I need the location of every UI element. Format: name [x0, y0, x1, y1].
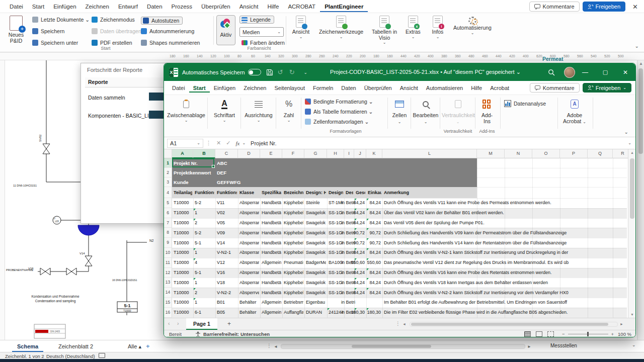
menu-item-datei[interactable]: Datei	[5, 1, 28, 12]
cell-k11[interactable]: 550,60	[367, 260, 381, 265]
excel-menu-item-acrobat[interactable]: Acrobat	[486, 83, 513, 93]
legende-button[interactable]: Legende	[239, 16, 274, 24]
cell-j13[interactable]: 84,24	[353, 281, 365, 285]
panel-collapse-icon[interactable]: ⌄	[632, 342, 636, 347]
cell-e15[interactable]: Allgemein	[262, 300, 281, 305]
cell-c1[interactable]: ABC	[217, 161, 227, 166]
excel-menu-item-start[interactable]: Start	[189, 83, 210, 93]
ribbon-item-als-tabelle-formatieren[interactable]: Als Tabelle formatieren ⌄	[305, 109, 373, 115]
confirm-entry-icon[interactable]: ✓	[223, 140, 233, 146]
row-header-1[interactable]: 1	[164, 158, 172, 168]
maximize-button[interactable]: ▢	[595, 63, 615, 81]
column-header-g[interactable]: G	[304, 149, 327, 158]
cell-j14[interactable]: 84,24	[353, 291, 365, 295]
cell-l14[interactable]: Durch Öffnung des Ventils V-N2-2 kann St…	[384, 291, 569, 295]
cell-c16[interactable]: B05	[217, 310, 237, 315]
zoom-slider[interactable]	[568, 334, 608, 334]
cell-a6[interactable]: T10000	[174, 211, 192, 215]
ribbon-dropdown-automatisierung[interactable]: Automatisierung⌄	[451, 16, 494, 35]
datenanalyse-button[interactable]: Datenanalyse	[504, 100, 546, 107]
menu-item-daten[interactable]: Daten	[142, 1, 167, 12]
row-header-13[interactable]: 13	[164, 278, 172, 288]
row-header-4[interactable]: 4	[164, 187, 172, 198]
excel-share-button[interactable]: Freigeben ⌄	[583, 83, 631, 93]
column-header-q[interactable]: Q	[588, 149, 613, 158]
cell-a7[interactable]: T10000	[174, 221, 192, 225]
column-header-a[interactable]: A	[172, 149, 193, 158]
cell-a14[interactable]: T10000	[174, 291, 192, 295]
column-header-h[interactable]: H	[327, 149, 344, 158]
column-header-l[interactable]: L	[382, 149, 477, 158]
cell-c5[interactable]: V11	[217, 201, 237, 205]
cell-f13[interactable]: Kipphebelver	[284, 281, 303, 285]
page-tab-schema[interactable]: Schema	[12, 340, 43, 352]
zoom-out-icon[interactable]: −	[562, 331, 565, 337]
cell-k13[interactable]: 84,24	[369, 281, 381, 285]
menu-item-hilfe[interactable]: Hilfe	[263, 1, 283, 12]
column-header-p[interactable]: P	[560, 149, 588, 158]
cell-b5[interactable]: 5-2	[195, 201, 214, 205]
cell-d12[interactable]: Absperrarma	[239, 270, 259, 275]
cell-g10[interactable]: Swagelok	[306, 250, 326, 255]
ribbon-item-bedingte-formatierung[interactable]: Bedingte Formatierung ⌄	[305, 99, 373, 105]
cell-a9[interactable]: T10000	[174, 241, 192, 245]
cell-l11[interactable]: Das pneumatische Ventil V12 dient zur Re…	[384, 260, 569, 265]
scrollbar-thumb[interactable]	[411, 323, 608, 326]
cell-j8[interactable]: 90,72	[353, 231, 365, 235]
cell-k7[interactable]: 84,24	[369, 221, 381, 225]
hscroll-right-icon[interactable]: ►	[620, 322, 623, 326]
cell-c2[interactable]: DEF	[217, 170, 226, 175]
cell-k9[interactable]: 90,72	[369, 241, 381, 245]
ribbon-item-letzte-dokumente[interactable]: Letzte Dokumente ⌄	[32, 17, 90, 23]
header-cell-c4[interactable]: Funktionsn	[217, 191, 237, 195]
ribbon-item-shapes-nummerieren[interactable]: Shapes nummerieren	[141, 40, 200, 46]
redo-icon[interactable]: ↻	[285, 68, 299, 76]
zoom-slider-handle[interactable]	[587, 332, 589, 336]
formula-value[interactable]: Projekt Nr.	[251, 140, 276, 146]
column-header-n[interactable]: N	[505, 149, 532, 158]
cell-b6[interactable]: 1	[195, 211, 214, 215]
column-header-f[interactable]: F	[282, 149, 304, 158]
cell-b8[interactable]: 5-2	[195, 231, 214, 235]
cell-e7[interactable]: Handbetätigt	[262, 221, 281, 225]
excel-menu-item-hilfe[interactable]: Hilfe	[467, 83, 486, 93]
page-tab-alle[interactable]: Alle ▴	[123, 340, 146, 352]
scroll-up-icon[interactable]: ▲	[639, 61, 643, 66]
cell-a2[interactable]: Projektkennwort	[174, 170, 211, 175]
row-header-5[interactable]: 5	[164, 198, 172, 208]
cell-l8[interactable]: Durch Schließung des Handventils V09 kan…	[384, 231, 567, 235]
cell-k10[interactable]: 84,24	[369, 250, 381, 255]
cell-c10[interactable]: V-N2-1	[217, 250, 237, 255]
cell-e8[interactable]: Handbetätigt	[262, 231, 281, 235]
cell-e10[interactable]: Handbetätigt	[262, 250, 281, 255]
ribbon-group-ausrichtung[interactable]: Ausrichtung⌄	[243, 98, 275, 123]
autosave-toggle[interactable]	[248, 69, 261, 75]
cell-a13[interactable]: T10000	[174, 281, 192, 285]
select-all-corner[interactable]	[164, 149, 172, 158]
column-header-b[interactable]: B	[193, 149, 215, 158]
presentation-icon[interactable]	[99, 353, 105, 358]
row-header-10[interactable]: 10	[164, 248, 172, 258]
ribbon-dropdown-zeichenwerkzeuge[interactable]: Zeichenwerkzeuge⌄	[315, 16, 367, 39]
hscroll-left-icon[interactable]: ◄	[274, 344, 278, 349]
cell-j10[interactable]: 84,24	[353, 250, 365, 255]
scrollbar-thumb[interactable]	[352, 345, 431, 348]
save-icon[interactable]	[266, 69, 273, 76]
ribbon-item-zeichenmodus[interactable]: Zeichenmodus	[92, 17, 135, 23]
menu-item-acrobat[interactable]: ACROBAT	[283, 1, 320, 12]
cell-l15[interactable]: Im Behälter B01 erfolgt die Aufbewahrung…	[384, 300, 567, 305]
excel-menu-item-datei[interactable]: Datei	[168, 83, 189, 93]
menu-item-entwurf[interactable]: Entwurf	[114, 1, 142, 12]
cell-g9[interactable]: Swagelok	[306, 241, 326, 245]
sheet-next-icon[interactable]: ›	[177, 320, 179, 326]
visio-horizontal-scrollbar[interactable]	[281, 344, 525, 349]
cell-c11[interactable]: V12	[217, 260, 237, 265]
cell-c7[interactable]: V05	[217, 221, 237, 225]
hscroll-left-icon[interactable]: ◄	[403, 322, 406, 326]
cell-l16[interactable]: Die im Filter E02 verbleibende flüssige …	[384, 310, 568, 315]
cell-b9[interactable]: 5-1	[195, 241, 214, 245]
column-header-o[interactable]: O	[532, 149, 560, 158]
cell-j9[interactable]: 90,72	[353, 241, 365, 245]
window-close-icon[interactable]: ✕	[615, 63, 635, 81]
new-pid-button[interactable]: + Neues P&ID	[3, 16, 29, 44]
